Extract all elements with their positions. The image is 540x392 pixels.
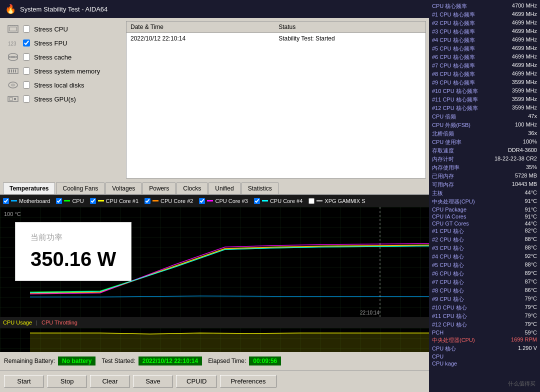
- sidebar-label: #4 CPU 核心: [432, 253, 464, 260]
- svg-point-9: [8, 56, 18, 60]
- sidebar-label: 主板: [432, 190, 443, 197]
- svg-rect-12: [11, 70, 12, 72]
- sidebar-row: 中央处理器(CPU)91°C: [429, 198, 540, 206]
- status-table: Date & Time Status 2022/10/12 22:10:14 S…: [126, 21, 426, 178]
- svg-point-16: [12, 84, 14, 86]
- cpuid-button[interactable]: CPUID: [176, 375, 217, 388]
- start-button[interactable]: Start: [4, 375, 44, 388]
- sidebar-label: CPU IA Cores: [432, 214, 466, 220]
- legend-cpu[interactable]: CPU: [56, 198, 84, 204]
- cache-icon: [7, 52, 19, 62]
- options-panel: Stress CPU 123 Stress FPU: [3, 21, 123, 178]
- stress-gpu-option[interactable]: Stress GPU(s): [5, 93, 121, 105]
- tab-voltages[interactable]: Voltages: [106, 182, 142, 194]
- sidebar-value: 91°C: [524, 206, 537, 212]
- sidebar-label: #10 CPU 核心频率: [432, 88, 478, 95]
- elapsed-time-status: Elapsed Time: 00:09:56: [208, 356, 281, 366]
- stress-gpu-checkbox[interactable]: [23, 96, 30, 102]
- stop-button[interactable]: Stop: [47, 375, 87, 388]
- sidebar-row: #3 CPU 核心88°C: [429, 244, 540, 252]
- cpu-throttling-label[interactable]: CPU Throttling: [42, 320, 78, 326]
- sidebar-row: #2 CPU 核心频率4699 MHz: [429, 19, 540, 28]
- sidebar-value: 88°C: [524, 244, 537, 252]
- svg-rect-18: [10, 98, 12, 100]
- sidebar-row: 中央处理器(CPU)1699 RPM: [429, 336, 540, 344]
- elapsed-value: 00:09:56: [249, 356, 281, 366]
- stress-disk-option[interactable]: Stress local disks: [5, 79, 121, 91]
- sidebar-row: CPU kage: [429, 360, 540, 367]
- sidebar-value: 44°C: [524, 220, 537, 226]
- legend-core2[interactable]: CPU Core #2: [144, 198, 193, 204]
- title-bar: 🔥 System Stability Test - AIDA64: [0, 0, 429, 18]
- sidebar-row: 内存计时18-22-22-38 CR2: [429, 155, 540, 164]
- preferences-button[interactable]: Preferences: [220, 375, 276, 388]
- legend-core4[interactable]: CPU Core #4: [254, 198, 302, 204]
- app-title: System Stability Test - AIDA64: [20, 6, 108, 13]
- table-row: 2022/10/12 22:10:14 Stability Test: Star…: [126, 33, 426, 44]
- sidebar-label: 已用内存: [432, 172, 454, 180]
- stress-cpu-option[interactable]: Stress CPU: [5, 23, 121, 35]
- svg-rect-13: [13, 70, 14, 72]
- svg-text:123: 123: [8, 41, 16, 46]
- battery-value: No battery: [58, 356, 96, 366]
- sidebar-row: #12 CPU 核心79°C: [429, 320, 540, 329]
- sidebar-row: CPU GT Cores44°C: [429, 220, 540, 227]
- sidebar-row: #10 CPU 核心频率3599 MHz: [429, 87, 540, 96]
- stress-cache-option[interactable]: Stress cache: [5, 51, 121, 63]
- gpu-icon: [7, 94, 19, 104]
- sidebar-label: 内存计时: [432, 156, 454, 163]
- tab-cooling-fans[interactable]: Cooling Fans: [56, 182, 104, 194]
- cpu-usage-chart: 0%: [0, 328, 429, 352]
- sidebar-row: CPU 核心1.290 V: [429, 344, 540, 353]
- sidebar-value: 18-22-22-38 CR2: [494, 156, 537, 163]
- battery-label: Remaining Battery:: [4, 358, 55, 364]
- save-button[interactable]: Save: [133, 375, 173, 388]
- svg-rect-11: [9, 70, 10, 72]
- sidebar-label: #3 CPU 核心: [432, 244, 464, 252]
- sidebar-label: #10 CPU 核心: [432, 304, 467, 312]
- stress-fpu-option[interactable]: 123 Stress FPU: [5, 37, 121, 49]
- power-label: 当前功率: [30, 232, 116, 243]
- sidebar-row: #3 CPU 核心频率4699 MHz: [429, 28, 540, 36]
- sidebar-label: #11 CPU 核心频率: [432, 96, 478, 104]
- cpu-usage-label[interactable]: CPU Usage: [3, 320, 32, 326]
- sidebar-value: 4699 MHz: [512, 45, 537, 52]
- sidebar-label: CPU 外频(FSB): [432, 122, 470, 129]
- stress-disk-checkbox[interactable]: [23, 82, 30, 88]
- sidebar-value: 87°C: [524, 278, 537, 286]
- svg-rect-19: [14, 98, 16, 100]
- sidebar-row: #1 CPU 核心82°C: [429, 227, 540, 236]
- sidebar-label: #2 CPU 核心频率: [432, 20, 475, 27]
- sidebar-label: 北桥倍频: [432, 130, 454, 138]
- tab-unified[interactable]: Unified: [208, 182, 240, 194]
- tab-statistics[interactable]: Statistics: [242, 182, 278, 194]
- clear-button[interactable]: Clear: [90, 375, 130, 388]
- sidebar-value: 86°C: [524, 287, 537, 294]
- legend-core1[interactable]: CPU Core #1: [90, 198, 138, 204]
- legend-xpg[interactable]: XPG GAMMIX S: [308, 198, 365, 204]
- legend-core3-label: CPU Core #3: [215, 198, 248, 204]
- sidebar-value: 1699 RPM: [511, 336, 537, 344]
- tab-temperatures[interactable]: Temperatures: [3, 182, 55, 194]
- stress-cpu-checkbox[interactable]: [23, 26, 30, 32]
- right-sidebar: CPU 核心频率4700 MHz#1 CPU 核心频率4699 MHz#2 CP…: [429, 0, 540, 392]
- stress-fpu-checkbox[interactable]: [23, 40, 30, 46]
- sidebar-row: #9 CPU 核心79°C: [429, 295, 540, 304]
- stress-memory-checkbox[interactable]: [23, 68, 30, 74]
- stress-cache-checkbox[interactable]: [23, 54, 30, 60]
- sidebar-value: 4699 MHz: [512, 36, 537, 44]
- legend-core3[interactable]: CPU Core #3: [199, 198, 248, 204]
- sidebar-label: #8 CPU 核心频率: [432, 70, 475, 78]
- stress-memory-option[interactable]: Stress system memory: [5, 65, 121, 77]
- sidebar-row: CPU 核心频率4700 MHz: [429, 2, 540, 10]
- sidebar-label: #1 CPU 核心: [432, 228, 464, 235]
- chart-area: Motherboard CPU CPU Core #1 CPU Core #2: [0, 195, 429, 352]
- sidebar-row: 已用内存5728 MB: [429, 172, 540, 180]
- legend-motherboard[interactable]: Motherboard: [3, 198, 50, 204]
- sidebar-row: #8 CPU 核心频率4699 MHz: [429, 70, 540, 78]
- sidebar-row: CPU 使用率100%: [429, 138, 540, 146]
- tab-powers[interactable]: Powers: [142, 182, 176, 194]
- tab-clocks[interactable]: Clocks: [176, 182, 208, 194]
- sidebar-label: CPU 使用率: [432, 138, 462, 146]
- sidebar-label: #1 CPU 核心频率: [432, 11, 475, 18]
